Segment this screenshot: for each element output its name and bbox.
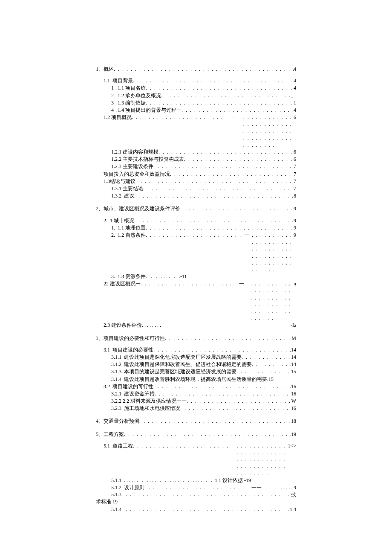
toc-page-num: 9 [294,217,296,224]
toc-title: 1.2 自然条件 [118,232,146,238]
toc-title: 项目背景 [112,77,133,84]
toc-title: 建设此项目是保障和改善民生、促进社会和谐稳定的需要 [124,361,252,368]
toc-mid: 一 [236,280,247,287]
toc-chapter-2: 2、 城市、建设区概况及建设条件评价 9 [96,205,296,212]
leader-dots [159,148,294,155]
toc-title: 项目投入的总资金和效益情况 [104,171,170,177]
toc-page-num: 6 [294,114,296,121]
toc-entry: 5.1.4 1.4 [96,506,296,513]
toc-title: .1.4 项目提出的背景与过程一 [116,107,182,113]
toc-title: 主要结论 [123,185,143,192]
toc-num: 3.2.2 2.2 材料来源及供应情况一一 [111,398,187,404]
toc-entry: 22 建设区概况一 一 n [96,280,296,322]
toc-mid: 一 [228,114,238,121]
toc-entry: 5.1 道路工程 1<> [96,442,296,477]
toc-title: 城市、建设区概况及建设条件评价 [104,205,180,212]
toc-title: 设计原则 [124,484,144,491]
toc-chapter-3: 3、 项目建设的必要性和可行性 M [96,335,296,342]
leader-dots [155,390,291,397]
toc-title: .1.1 项目名称 [116,84,146,91]
leader-dots [153,383,291,390]
leader-dots [121,491,291,498]
toc-entry: 1.3.2 建议 8 [96,192,296,199]
toc-page-num: W [291,398,296,404]
leader-dots [139,418,291,424]
toc-entry: 术标准 19 [96,498,296,505]
toc-page-num: 16 [291,383,296,390]
toc-page-num: M [291,335,296,342]
leader-short: . . . . . . . . [142,322,161,328]
toc-num: 1.2.1 [111,148,121,155]
toc-title: 术标准 19 [96,498,118,505]
toc-page-num: 6 [294,156,296,163]
toc-num: 1.2.3 [111,163,121,170]
toc-title: 建设内容和规模 [123,148,159,155]
toc-num: 5.1 [104,442,110,449]
toc-num: 3.1 [104,346,110,353]
toc-title: 主要技术指标与投资构成表 [123,156,184,163]
toc-page-num: 8 [294,192,296,199]
toc-num: 5、 [96,431,104,438]
leader-dots [251,280,294,322]
toc-page-num: 14 [291,346,296,353]
toc-entry: 1.3 结论与建议一 7 [96,178,296,185]
toc-entry: 3.2.1 建设资金筹措 16 [96,390,296,397]
toc-mid: 一 [242,232,252,238]
toc-entry: 1.2 项目概况 一 6 [96,114,296,148]
leader-dots [134,192,294,199]
toc-page-num: 16 [291,405,296,412]
toc-page-num: 6 [294,148,296,155]
toc-entry: 3.1.2 建设此项目是保障和改善民生、促进社会和谐稳定的需要 14 [96,361,296,368]
toc-title: 交通量分析预测 [104,418,139,424]
toc-entry: 3. 1.3 资源条件 . . . . . . . . . . . . . . … [96,273,296,280]
toc-entry: 1.2.3 主要建设条件 7 [96,163,296,170]
toc-num: 3.2 [104,383,110,390]
toc-page-num: 14 [291,361,296,368]
toc-entry: 1.2.1 建设内容和规模 6 [96,148,296,155]
toc-title: 项目建设的必要性 [112,346,153,353]
toc-entry: 1.1 项目背景 4 [96,77,296,84]
toc-entry: 2.3 建设条件评价 . . . . . . . . -I₃ [96,322,296,328]
toc-num: 2 [111,92,114,99]
toc-num: 3. [111,273,115,280]
toc-title: 2.3 建设条件评价 [104,322,142,328]
toc-num: 2. [111,232,115,238]
toc-num: 1.1 [104,77,110,84]
toc-num: 3 [111,99,114,106]
toc-page-num: n [294,280,296,287]
toc-entry: 3.1 项目建设的必要性 14 [96,346,296,353]
toc-title: 概述 [104,66,114,73]
toc-num: 1.2.2 [111,156,121,163]
toc-entry: 5.1.1 . . . . . . . . . . . . . . . . . … [96,477,296,484]
toc-title: .1.2 承办单位及概况 [116,92,161,99]
leader-dots [141,280,236,287]
toc-page-num: 4 [294,66,296,73]
leader-dots [124,431,291,438]
leader-short: . . . . . . . . . . . . . . [146,273,180,280]
leader-dots [146,99,294,106]
leader-dots [114,66,294,73]
toc-title: 1.3 资源条件 [118,273,146,280]
toc-page-num: 9 [294,232,296,238]
toc-chapter-5: 5、 工程方案 19 [96,431,296,438]
toc-num: 3.1.2 [111,361,121,368]
toc-title: 道路工程 [112,442,133,449]
toc-page-num: 技 [291,491,296,498]
leader-dots [252,232,294,273]
toc-title: 施工场地和水电供应情况 [124,405,180,412]
leader-dots [153,346,291,353]
toc-page-num: 4 [294,77,296,84]
toc-title: 建设此项目是改善胜利农场环境，提高农场居民生活质量的需要 [124,376,267,383]
leader-short: . . . . . . . . . . . . . . . . . . . . … [121,477,215,484]
toc-num: 5.1.2 [111,484,121,491]
toc-page-num: -11 [180,273,187,280]
toc-num: 1.3.1 [111,185,121,192]
toc-num: 3.1.4 [111,376,121,383]
toc-title: 项目建设的可行性 [112,383,153,390]
toc-page-num: 7 [294,185,296,192]
toc-page-num: 1 [294,99,296,106]
toc-num: 1. [111,224,115,231]
toc-title: .1.3 编制依据 [116,99,146,106]
toc-title: 1 城市概况 [110,217,134,224]
toc-entry: 3 .1.3 编制依据 1 [96,99,296,106]
